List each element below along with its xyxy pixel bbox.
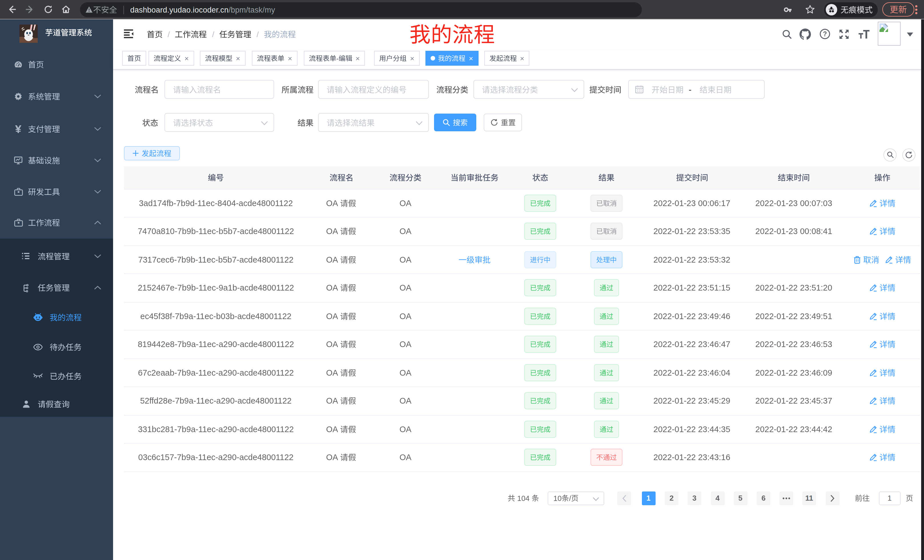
svg-text:/: / bbox=[569, 494, 572, 502]
svg-text:-: - bbox=[336, 55, 338, 61]
svg-text:10: 10 bbox=[554, 494, 562, 502]
svg-text:104: 104 bbox=[515, 494, 532, 502]
svg-text:?: ? bbox=[823, 30, 827, 38]
